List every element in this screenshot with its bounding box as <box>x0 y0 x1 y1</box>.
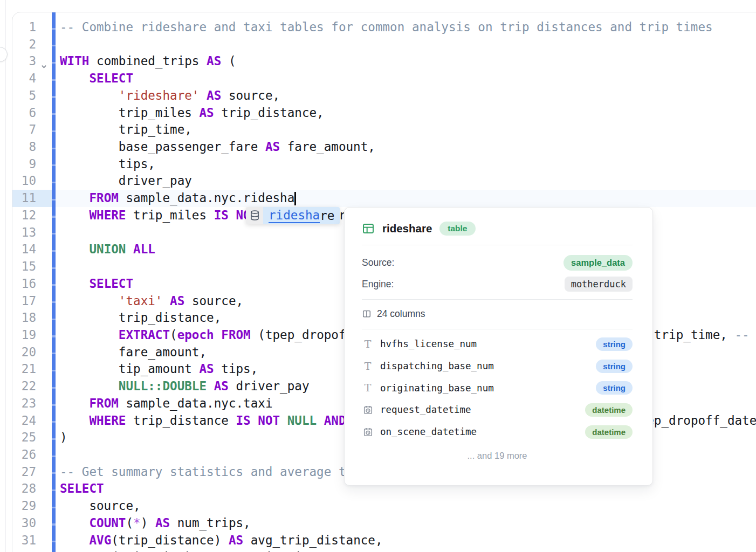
info-value-badge: sample_data <box>563 255 633 271</box>
line-number[interactable]: 3 <box>12 53 36 70</box>
info-row-engine: Engine:motherduck <box>362 275 633 293</box>
code-text: trip_miles AS trip_distance, <box>60 105 324 122</box>
column-row: Toriginating_base_numstring <box>362 377 633 399</box>
columns-icon <box>362 309 372 319</box>
code-text: FROM sample_data.nyc.taxi <box>60 395 273 412</box>
line-number[interactable]: 25 <box>12 429 36 446</box>
line-number[interactable]: 18 <box>12 309 36 327</box>
table-info-card: rideshare table Source:sample_dataEngine… <box>344 207 653 486</box>
code-line[interactable]: 7 trip_time, <box>12 121 756 139</box>
info-row-source: Source:sample_data <box>362 254 633 271</box>
line-number[interactable]: 13 <box>12 224 36 242</box>
code-text: 'rideshare' AS source, <box>60 87 280 105</box>
autocomplete-item-rideshare[interactable]: rideshare <box>263 207 340 224</box>
line-number[interactable]: 6 <box>12 105 36 122</box>
line-number[interactable]: 30 <box>12 515 36 532</box>
line-number[interactable]: 31 <box>12 532 36 549</box>
code-line[interactable]: 1-- Combine rideshare and taxi tables fo… <box>12 19 756 36</box>
code-line[interactable]: 2 <box>12 36 756 53</box>
code-text: base_passenger_fare AS fare_amount, <box>60 139 375 156</box>
code-text: WITH combined_trips AS ( <box>60 53 236 70</box>
page: 1-- Combine rideshare and taxi tables fo… <box>0 0 756 552</box>
code-line[interactable]: 32 AVG(trip_time) AS avg_trip_time, <box>12 549 756 552</box>
database-icon <box>246 207 263 224</box>
line-number[interactable]: 12 <box>12 207 36 224</box>
line-number[interactable]: 28 <box>12 480 36 498</box>
table-name: rideshare <box>382 222 432 235</box>
line-number[interactable]: 21 <box>12 361 36 378</box>
line-number[interactable]: 2 <box>12 36 36 53</box>
line-number[interactable]: 8 <box>12 139 36 156</box>
code-line[interactable]: 8 base_passenger_fare AS fare_amount, <box>12 139 756 156</box>
code-text: tip_amount AS tips, <box>60 361 258 378</box>
code-text: fare_amount, <box>60 344 207 361</box>
text-icon: T <box>362 383 374 393</box>
line-number[interactable]: 24 <box>12 412 36 430</box>
code-text: driver_pay <box>60 172 192 190</box>
code-line[interactable]: 5 'rideshare' AS source, <box>12 87 756 105</box>
line-number[interactable]: 5 <box>12 87 36 105</box>
column-name: originating_base_num <box>380 383 494 394</box>
column-type-badge: datetime <box>585 425 633 439</box>
code-text: AVG(trip_time) AS avg_trip_time, <box>60 549 324 552</box>
code-line[interactable]: 10 driver_pay <box>12 172 756 190</box>
line-number[interactable]: 27 <box>12 464 36 481</box>
line-number[interactable]: 19 <box>12 327 36 344</box>
panel-splitter[interactable] <box>5 0 6 552</box>
datetime-icon <box>362 427 374 437</box>
column-type-badge: string <box>596 360 633 373</box>
autocomplete-popup: rideshare <box>246 207 340 224</box>
column-row: on_scene_datetimedatetime <box>362 421 633 443</box>
info-value-badge: motherduck <box>565 277 633 292</box>
code-text: FROM sample_data.nyc.ridesha <box>60 190 294 207</box>
code-line[interactable]: 4 SELECT <box>12 70 756 87</box>
datetime-icon <box>362 405 374 415</box>
code-line[interactable]: 3WITH combined_trips AS ( <box>12 53 756 70</box>
code-line[interactable]: 31 AVG(trip_distance) AS avg_trip_distan… <box>12 532 756 549</box>
code-text: ) <box>60 429 67 446</box>
code-line[interactable]: 6 trip_miles AS trip_distance, <box>12 105 756 122</box>
code-text: trip_distance, <box>60 309 221 327</box>
autocomplete-match-text: ridesha <box>269 208 320 223</box>
code-line[interactable]: 29 source, <box>12 498 756 515</box>
columns-list: Thvfhs_license_numstringTdispatching_bas… <box>362 333 633 443</box>
column-row: Tdispatching_base_numstring <box>362 355 633 377</box>
column-type-badge: string <box>596 381 633 395</box>
line-number[interactable]: 32 <box>12 549 36 552</box>
divider <box>362 245 633 245</box>
line-number[interactable]: 4 <box>12 70 36 87</box>
line-number[interactable]: 23 <box>12 395 36 412</box>
code-text: UNION ALL <box>60 241 155 258</box>
line-number[interactable]: 29 <box>12 498 36 515</box>
line-number[interactable]: 20 <box>12 344 36 361</box>
column-name: on_scene_datetime <box>380 426 477 437</box>
line-number[interactable]: 1 <box>12 19 36 36</box>
info-label: Source: <box>362 257 394 268</box>
code-line[interactable]: 30 COUNT(*) AS num_trips, <box>12 515 756 532</box>
code-text: SELECT <box>60 480 104 498</box>
column-type-badge: datetime <box>585 403 633 417</box>
table-type-badge: table <box>439 222 475 236</box>
column-name: hvfhs_license_num <box>380 339 477 349</box>
columns-count-label: 24 columns <box>377 308 425 320</box>
panel-toggle-button[interactable] <box>0 47 8 62</box>
text-icon: T <box>362 339 374 349</box>
line-number[interactable]: 17 <box>12 293 36 310</box>
line-number[interactable]: 9 <box>12 156 36 173</box>
columns-count-row: 24 columns <box>362 305 633 322</box>
line-number[interactable]: 10 <box>12 172 36 190</box>
code-text: SELECT <box>60 275 133 293</box>
code-line[interactable]: 11 FROM sample_data.nyc.ridesha <box>12 190 756 207</box>
line-number[interactable]: 14 <box>12 241 36 258</box>
fold-chevron-icon[interactable] <box>40 58 48 65</box>
column-name: dispatching_base_num <box>380 361 494 371</box>
divider <box>362 299 633 300</box>
line-number[interactable]: 16 <box>12 275 36 293</box>
line-number[interactable]: 22 <box>12 378 36 395</box>
line-number[interactable]: 11 <box>12 190 36 207</box>
line-number[interactable]: 7 <box>12 121 36 139</box>
line-number[interactable]: 26 <box>12 446 36 464</box>
line-number[interactable]: 15 <box>12 258 36 275</box>
code-line[interactable]: 9 tips, <box>12 156 756 173</box>
column-row: request_datetimedatetime <box>362 399 633 421</box>
